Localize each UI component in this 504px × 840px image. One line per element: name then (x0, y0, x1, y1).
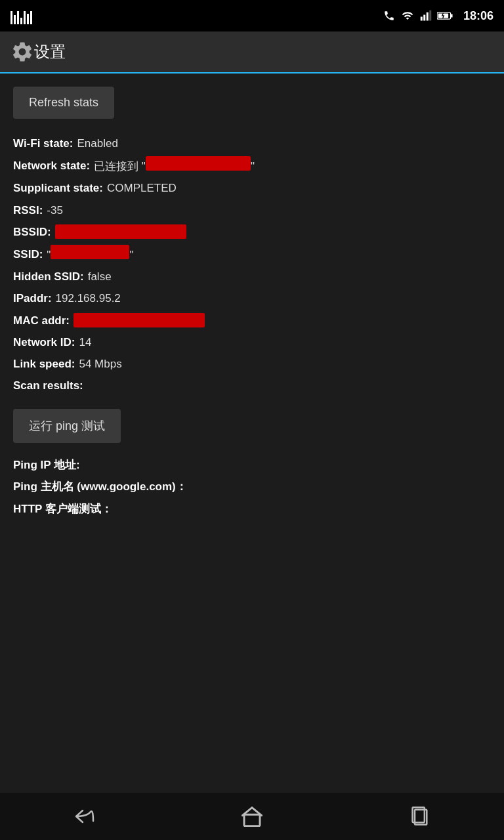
page-title: 设置 (34, 41, 66, 62)
ping-ip-label: Ping IP 地址: (13, 456, 80, 474)
status-bar-left (10, 0, 32, 32)
ping-info-table: Ping IP 地址: Ping 主机名 (www.google.com)： H… (13, 456, 491, 518)
network-state-value: 已连接到 " " (94, 156, 255, 175)
ipaddr-value: 192.168.95.2 (56, 289, 121, 307)
svg-rect-1 (423, 15, 425, 21)
bssid-row: BSSID: (13, 223, 491, 241)
battery-icon (437, 10, 453, 22)
rssi-label: RSSI: (13, 201, 43, 219)
ssid-label: SSID: (13, 245, 43, 263)
scan-results-row: Scan results: (13, 377, 491, 394)
hidden-ssid-value: false (88, 268, 112, 285)
wifi-icon (400, 10, 415, 22)
signal-icon (420, 10, 432, 22)
network-id-value: 14 (79, 333, 91, 351)
wifi-state-label: Wi-Fi state: (13, 135, 73, 152)
main-content: Refresh stats Wi-Fi state: Enabled Netwo… (0, 74, 504, 793)
mac-addr-label: MAC addr: (13, 312, 70, 329)
ssid-row: SSID: " " (13, 245, 491, 264)
wifi-info-table: Wi-Fi state: Enabled Network state: 已连接到… (13, 135, 491, 394)
scan-results-label: Scan results: (13, 377, 83, 394)
supplicant-state-label: Supplicant state: (13, 179, 103, 197)
mac-addr-redacted (74, 313, 205, 327)
recents-button[interactable] (394, 797, 446, 836)
hidden-ssid-row: Hidden SSID: false (13, 268, 491, 285)
mac-addr-row: MAC addr: (13, 312, 491, 329)
settings-gear-icon (10, 40, 34, 64)
refresh-stats-button[interactable]: Refresh stats (13, 87, 114, 119)
svg-rect-7 (244, 814, 260, 826)
ipaddr-label: IPaddr: (13, 289, 52, 307)
network-ssid-redacted (146, 156, 251, 171)
wifi-state-value: Enabled (77, 135, 117, 152)
ping-test-button[interactable]: 运行 ping 测试 (13, 409, 121, 443)
supplicant-state-row: Supplicant state: COMPLETED (13, 179, 491, 197)
svg-rect-3 (429, 10, 431, 21)
bssid-label: BSSID: (13, 223, 51, 241)
wifi-state-row: Wi-Fi state: Enabled (13, 135, 491, 152)
ping-ip-row: Ping IP 地址: (13, 456, 491, 474)
network-id-row: Network ID: 14 (13, 333, 491, 351)
http-test-row: HTTP 客户端测试： (13, 500, 491, 518)
svg-rect-0 (421, 17, 423, 21)
network-state-label: Network state: (13, 157, 90, 175)
home-button[interactable] (226, 797, 278, 836)
action-bar: 设置 (0, 32, 504, 74)
ipaddr-row: IPaddr: 192.168.95.2 (13, 289, 491, 307)
barcode-icon (10, 7, 32, 24)
rssi-value: -35 (47, 201, 63, 219)
bssid-redacted (55, 224, 186, 239)
rssi-row: RSSI: -35 (13, 201, 491, 219)
ssid-value: " " (47, 245, 133, 264)
network-state-row: Network state: 已连接到 " " (13, 156, 491, 175)
supplicant-state-value: COMPLETED (107, 179, 177, 197)
recents-icon (411, 806, 429, 827)
ping-hostname-row: Ping 主机名 (www.google.com)： (13, 478, 491, 495)
ssid-redacted (51, 245, 129, 259)
nav-bar (0, 793, 504, 840)
http-test-label: HTTP 客户端测试： (13, 500, 112, 518)
ping-hostname-label: Ping 主机名 (www.google.com)： (13, 478, 187, 495)
svg-rect-5 (451, 14, 453, 17)
network-id-label: Network ID: (13, 333, 75, 351)
back-button[interactable] (58, 797, 110, 836)
status-time: 18:06 (463, 9, 494, 23)
link-speed-row: Link speed: 54 Mbps (13, 355, 491, 373)
link-speed-value: 54 Mbps (79, 355, 121, 373)
hidden-ssid-label: Hidden SSID: (13, 268, 84, 285)
home-icon (242, 806, 262, 827)
status-bar: 18:06 (0, 0, 504, 32)
svg-rect-2 (427, 12, 429, 21)
back-icon (71, 807, 97, 826)
status-icons: 18:06 (383, 9, 494, 23)
phone-icon (383, 10, 395, 22)
link-speed-label: Link speed: (13, 355, 75, 373)
